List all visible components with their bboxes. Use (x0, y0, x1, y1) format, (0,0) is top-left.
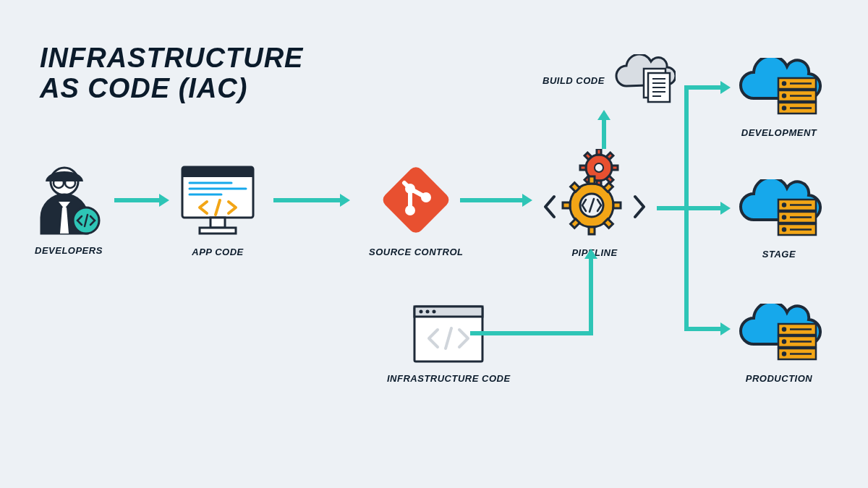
arrow-to-development (684, 85, 720, 90)
arrow-head-icon (720, 202, 731, 215)
svg-rect-40 (604, 219, 613, 228)
stage-label: STAGE (762, 249, 796, 260)
svg-point-52 (426, 310, 430, 314)
svg-point-74 (783, 328, 786, 331)
git-icon (378, 163, 454, 238)
arrow-head-icon (159, 194, 169, 207)
arrow-head-icon (522, 194, 532, 207)
svg-rect-29 (584, 153, 592, 160)
svg-rect-13 (200, 228, 236, 234)
app-code-label: APP CODE (192, 247, 243, 257)
title-line-1: INFRASTRUCTURE (40, 43, 303, 74)
svg-rect-30 (606, 176, 613, 183)
svg-rect-50 (414, 307, 482, 317)
title-line-2: AS CODE (IAC) (40, 74, 303, 104)
arrow-head-icon (584, 249, 597, 259)
arrow-to-production (684, 327, 720, 331)
cloud-servers-icon (736, 179, 822, 240)
svg-point-77 (783, 341, 786, 343)
developers-label: DEVELOPERS (35, 245, 103, 256)
arrow-head-icon (597, 110, 610, 120)
infrastructure-code-label: INFRASTRUCTURE CODE (387, 373, 511, 384)
svg-rect-12 (210, 218, 225, 228)
cloud-document-icon (612, 54, 676, 106)
svg-rect-38 (571, 219, 580, 228)
svg-point-71 (783, 228, 786, 231)
svg-rect-14 (380, 164, 452, 236)
arrow-infra-to-pipeline-h (470, 331, 593, 335)
svg-rect-25 (580, 166, 586, 170)
diagram-title: INFRASTRUCTURE AS CODE (IAC) (40, 43, 303, 104)
source-control-label: SOURCE CONTROL (369, 247, 464, 257)
svg-rect-33 (589, 176, 595, 184)
build-code-label: BUILD CODE (542, 75, 605, 86)
svg-point-22 (595, 163, 603, 172)
cloud-servers-icon (736, 304, 822, 364)
svg-point-59 (783, 95, 786, 98)
svg-rect-23 (597, 149, 601, 155)
arrow-dev-to-app (114, 198, 159, 202)
svg-rect-27 (606, 153, 613, 160)
node-production: PRODUCTION (736, 304, 822, 384)
node-developers: DEVELOPERS (35, 164, 103, 256)
developer-icon (35, 164, 102, 236)
svg-point-51 (420, 310, 423, 314)
arrow-to-stage (684, 206, 720, 210)
arrow-head-icon (340, 194, 350, 207)
node-source-control: SOURCE CONTROL (369, 163, 464, 257)
production-label: PRODUCTION (746, 373, 812, 384)
svg-point-80 (783, 353, 786, 356)
cloud-servers-icon (736, 58, 822, 119)
node-build-code: BUILD CODE (542, 54, 676, 106)
svg-rect-34 (589, 227, 595, 234)
arrow-source-to-pipeline (460, 198, 522, 202)
arrow-head-icon (720, 322, 731, 335)
svg-point-62 (783, 107, 786, 110)
arrow-app-to-source (273, 198, 340, 202)
svg-rect-35 (563, 202, 570, 208)
pipeline-gears-icon (544, 149, 645, 239)
svg-rect-26 (612, 166, 618, 170)
arrow-head-icon (720, 81, 731, 94)
svg-point-53 (433, 310, 436, 314)
svg-rect-39 (571, 183, 580, 192)
svg-rect-36 (613, 202, 621, 208)
monitor-code-icon (178, 163, 258, 238)
node-pipeline: PIPELINE (544, 149, 645, 258)
arrow-infra-to-pipeline-v (589, 259, 593, 335)
svg-point-68 (783, 216, 786, 219)
development-label: DEVELOPMENT (741, 127, 817, 138)
node-development: DEVELOPMENT (736, 58, 822, 138)
svg-point-65 (783, 204, 786, 207)
svg-rect-37 (604, 183, 613, 192)
node-stage: STAGE (736, 179, 822, 260)
node-app-code: APP CODE (178, 163, 258, 257)
svg-rect-7 (182, 167, 253, 177)
arrow-pipeline-to-build (602, 120, 606, 149)
svg-point-56 (783, 82, 786, 85)
node-infrastructure-code: INFRASTRUCTURE CODE (387, 304, 511, 384)
